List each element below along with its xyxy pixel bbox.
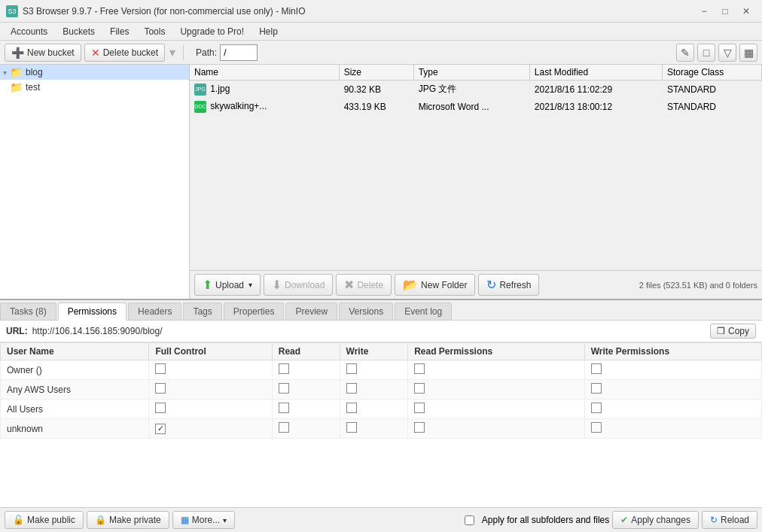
- perm-write-owner[interactable]: [340, 360, 408, 380]
- perm-col-full-control: Full Control: [149, 343, 272, 360]
- checkbox-unknown-wp[interactable]: [591, 422, 602, 433]
- tab-preview[interactable]: Preview: [285, 302, 337, 320]
- perm-fc-allusers[interactable]: [149, 400, 272, 419]
- checkbox-owner-write[interactable]: [346, 363, 357, 374]
- apply-changes-icon: ✔: [620, 515, 628, 525]
- perm-user-aws: Any AWS Users: [1, 380, 149, 400]
- toolbar-dropdown-arrow[interactable]: ▾: [168, 45, 177, 59]
- copy-button[interactable]: ❒ Copy: [710, 324, 756, 339]
- perm-wp-allusers[interactable]: [584, 400, 761, 419]
- col-storage[interactable]: Storage Class: [662, 65, 761, 81]
- table-row[interactable]: JPG 1.jpg 90.32 KB JPG 文件 2021/8/16 11:0…: [190, 81, 762, 99]
- checkbox-aws-fc[interactable]: [155, 383, 166, 394]
- minimize-button[interactable]: −: [694, 4, 714, 19]
- delete-bucket-button[interactable]: ✕ Delete bucket: [84, 44, 165, 62]
- table-row[interactable]: DOC skywalking+... 433.19 KB Microsoft W…: [190, 99, 762, 116]
- checkbox-owner-read[interactable]: [279, 363, 289, 374]
- new-bucket-button[interactable]: ➕ New bucket: [5, 44, 81, 62]
- perm-rp-allusers[interactable]: [408, 400, 584, 419]
- upload-button[interactable]: ⬆ Upload ▾: [194, 274, 261, 296]
- make-public-icon: 🔓: [13, 515, 24, 525]
- perm-read-aws[interactable]: [272, 380, 340, 400]
- refresh-button[interactable]: ↻ Refresh: [478, 274, 539, 296]
- menu-accounts[interactable]: Accounts: [3, 25, 55, 38]
- perm-wp-unknown[interactable]: [584, 419, 761, 439]
- menu-upgrade[interactable]: Upgrade to Pro!: [172, 25, 251, 38]
- tab-headers[interactable]: Headers: [128, 302, 181, 320]
- delete-button[interactable]: ✖ Delete: [336, 274, 392, 296]
- new-bucket-icon: ➕: [11, 47, 24, 59]
- checkbox-aws-read[interactable]: [279, 383, 289, 394]
- checkbox-aws-wp[interactable]: [591, 383, 602, 394]
- folder-icon-blog: 📁: [10, 66, 23, 78]
- reload-button[interactable]: ↻ Reload: [702, 511, 757, 529]
- checkbox-unknown-fc[interactable]: [155, 424, 166, 434]
- perm-fc-aws[interactable]: [149, 380, 272, 400]
- col-modified[interactable]: Last Modified: [529, 65, 662, 81]
- perm-write-aws[interactable]: [340, 380, 408, 400]
- make-private-button[interactable]: 🔒 Make private: [87, 511, 169, 529]
- perm-write-allusers[interactable]: [340, 400, 408, 419]
- upload-dropdown-icon: ▾: [248, 281, 252, 289]
- checkbox-aws-write[interactable]: [346, 383, 357, 394]
- menu-help[interactable]: Help: [251, 25, 285, 38]
- checkbox-all-read[interactable]: [279, 403, 289, 413]
- col-size[interactable]: Size: [339, 65, 413, 81]
- view-icon-button[interactable]: □: [697, 44, 715, 62]
- perm-rp-aws[interactable]: [408, 380, 584, 400]
- perm-fc-unknown[interactable]: [149, 419, 272, 439]
- tree-item-test[interactable]: ▾ 📁 test: [0, 80, 189, 95]
- new-folder-button[interactable]: 📂 New Folder: [395, 274, 475, 296]
- checkbox-owner-fc[interactable]: [155, 363, 166, 374]
- checkbox-unknown-read[interactable]: [279, 422, 289, 433]
- tab-tasks[interactable]: Tasks (8): [0, 302, 56, 320]
- close-button[interactable]: ✕: [736, 4, 756, 19]
- download-button[interactable]: ⬇ Download: [264, 274, 333, 296]
- perm-write-unknown[interactable]: [340, 419, 408, 439]
- perm-wp-aws[interactable]: [584, 380, 761, 400]
- edit-icon-button[interactable]: ✎: [676, 44, 694, 62]
- checkbox-aws-rp[interactable]: [414, 383, 425, 394]
- tab-permissions[interactable]: Permissions: [58, 302, 126, 321]
- checkbox-owner-wp[interactable]: [591, 363, 602, 374]
- perm-fc-owner[interactable]: [149, 360, 272, 380]
- checkbox-all-wp[interactable]: [591, 403, 602, 413]
- perm-rp-owner[interactable]: [408, 360, 584, 380]
- more-button[interactable]: ▦ More... ▾: [172, 511, 235, 529]
- columns-icon-button[interactable]: ▦: [739, 44, 757, 62]
- new-bucket-label: New bucket: [27, 47, 75, 58]
- perm-rp-unknown[interactable]: [408, 419, 584, 439]
- new-folder-icon: 📂: [403, 278, 418, 292]
- panel-resize-handle[interactable]: [186, 65, 189, 299]
- filter-icon-button[interactable]: ▽: [718, 44, 736, 62]
- checkbox-unknown-write[interactable]: [346, 422, 357, 433]
- menu-buckets[interactable]: Buckets: [55, 25, 102, 38]
- perm-read-unknown[interactable]: [272, 419, 340, 439]
- col-name[interactable]: Name: [190, 65, 339, 81]
- checkbox-all-write[interactable]: [346, 403, 357, 413]
- perm-wp-owner[interactable]: [584, 360, 761, 380]
- menu-files[interactable]: Files: [102, 25, 136, 38]
- permissions-table: User Name Full Control Read Write Read P…: [0, 342, 762, 439]
- apply-subfolders-checkbox[interactable]: [465, 515, 474, 525]
- perm-read-owner[interactable]: [272, 360, 340, 380]
- tree-item-blog[interactable]: ▾ 📁 blog: [0, 65, 189, 80]
- make-public-button[interactable]: 🔓 Make public: [5, 511, 84, 529]
- menu-tools[interactable]: Tools: [136, 25, 172, 38]
- checkbox-all-rp[interactable]: [414, 403, 425, 413]
- path-input[interactable]: [220, 44, 258, 61]
- maximize-button[interactable]: □: [715, 4, 735, 19]
- tab-versions[interactable]: Versions: [339, 302, 393, 320]
- checkbox-unknown-rp[interactable]: [414, 422, 425, 433]
- perm-user-owner: Owner (): [1, 360, 149, 380]
- perm-read-allusers[interactable]: [272, 400, 340, 419]
- tab-eventlog[interactable]: Event log: [395, 302, 452, 320]
- apply-changes-button[interactable]: ✔ Apply changes: [612, 511, 699, 529]
- checkbox-all-fc[interactable]: [155, 403, 166, 413]
- tab-tags[interactable]: Tags: [183, 302, 221, 320]
- col-type[interactable]: Type: [413, 65, 529, 81]
- download-icon: ⬇: [272, 278, 282, 292]
- tab-properties[interactable]: Properties: [224, 302, 285, 320]
- file-list-scroll[interactable]: Name Size Type Last Modified Storage Cla…: [190, 65, 762, 270]
- checkbox-owner-rp[interactable]: [414, 363, 425, 374]
